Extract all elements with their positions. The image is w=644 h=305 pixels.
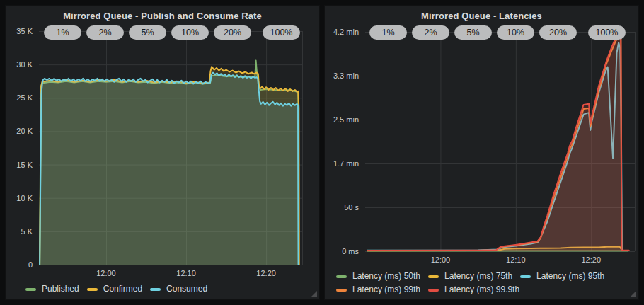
- latency-chart[interactable]: 0 ms50 s1.7 min2.5 min3.3 min4.2 min12:0…: [325, 6, 638, 299]
- annotation-pill-row: 1%2%5%10%20%100%: [44, 25, 300, 40]
- legend-item-latency-ms-75th[interactable]: Latency (ms) 75th: [428, 270, 512, 283]
- legend-color-dash: [428, 289, 439, 292]
- legend-color-dash: [25, 288, 36, 291]
- x-axis-tick-label: 12:20: [582, 255, 602, 264]
- panel-resize-handle[interactable]: [630, 291, 636, 297]
- annotation-pill-row: 1%2%5%10%20%100%: [369, 25, 626, 40]
- legend-item-latency-ms-99th[interactable]: Latency (ms) 99th: [336, 283, 420, 297]
- annotation-pill-20pct[interactable]: 20%: [214, 25, 251, 40]
- legend-color-dash: [520, 275, 531, 278]
- legend-label: Latency (ms) 50th: [352, 270, 420, 283]
- legend-label: Latency (ms) 99.9th: [444, 283, 519, 297]
- x-axis-tick-label: 12:00: [96, 269, 116, 277]
- annotation-pill-5pct[interactable]: 5%: [454, 25, 492, 40]
- y-axis-tick-label: 10 K: [16, 194, 33, 202]
- legend-label: Confirmed: [103, 282, 142, 296]
- y-axis-tick-label: 0: [28, 260, 33, 269]
- legend-item-latency-ms-50th[interactable]: Latency (ms) 50th: [336, 270, 420, 283]
- annotation-pill-2pct[interactable]: 2%: [412, 25, 449, 40]
- y-axis-tick-label: 20 K: [16, 127, 33, 135]
- legend-color-dash: [428, 275, 439, 278]
- legend-label: Latency (ms) 99th: [352, 283, 420, 297]
- legend-item-confirmed[interactable]: Confirmed: [87, 282, 142, 296]
- y-axis-tick-label: 30 K: [16, 60, 33, 69]
- publish-consume-rate-chart[interactable]: 05 K10 K15 K20 K25 K30 K35 K12:0012:1012…: [6, 6, 319, 299]
- annotation-pill-10pct[interactable]: 10%: [171, 25, 209, 40]
- x-axis-tick-label: 12:20: [256, 269, 276, 277]
- dashboard: Mirrored Queue - Publish and Consume Rat…: [0, 0, 644, 305]
- y-axis-tick-label: 35 K: [16, 27, 33, 35]
- y-axis-tick-label: 4.2 min: [333, 28, 359, 36]
- legend-item-consumed[interactable]: Consumed: [150, 282, 207, 296]
- y-axis-tick-label: 5 K: [21, 227, 33, 236]
- legend-color-dash: [336, 275, 347, 278]
- panel-resize-handle[interactable]: [311, 291, 317, 297]
- annotation-pill-100pct[interactable]: 100%: [588, 25, 626, 40]
- legend-label: Latency (ms) 75th: [444, 270, 512, 283]
- legend-color-dash: [336, 289, 347, 292]
- panel-title[interactable]: Mirrored Queue - Latencies: [325, 6, 638, 21]
- annotation-pill-2pct[interactable]: 2%: [86, 25, 124, 40]
- legend-color-dash: [150, 288, 161, 291]
- y-axis-tick-label: 50 s: [344, 203, 359, 212]
- annotation-pill-10pct[interactable]: 10%: [497, 25, 534, 40]
- y-axis-tick-label: 15 K: [16, 161, 33, 169]
- series-area-latency-ms-99.9th: [367, 34, 628, 252]
- legend-item-latency-ms-95th[interactable]: Latency (ms) 95th: [520, 270, 604, 283]
- x-axis-tick-label: 12:00: [431, 255, 451, 264]
- panel-latencies: Mirrored Queue - Latencies 0 ms50 s1.7 m…: [325, 6, 638, 299]
- legend-item-latency-ms-99.9th[interactable]: Latency (ms) 99.9th: [428, 283, 519, 297]
- y-axis-tick-label: 3.3 min: [333, 71, 359, 80]
- legend-label: Latency (ms) 95th: [536, 270, 604, 283]
- y-axis-tick-label: 25 K: [16, 93, 33, 102]
- chart-legend: PublishedConfirmedConsumed: [25, 282, 215, 296]
- legend-item-published[interactable]: Published: [25, 282, 79, 296]
- panel-title[interactable]: Mirrored Queue - Publish and Consume Rat…: [6, 6, 319, 21]
- y-axis-tick-label: 0 ms: [342, 247, 359, 255]
- panel-publish-consume-rate: Mirrored Queue - Publish and Consume Rat…: [6, 6, 319, 299]
- annotation-pill-20pct[interactable]: 20%: [539, 25, 577, 40]
- annotation-pill-5pct[interactable]: 5%: [129, 25, 166, 40]
- annotation-pill-1pct[interactable]: 1%: [369, 25, 407, 40]
- x-axis-tick-label: 12:10: [176, 269, 196, 277]
- legend-label: Consumed: [166, 282, 207, 296]
- annotation-pill-100pct[interactable]: 100%: [263, 25, 300, 40]
- legend-color-dash: [87, 288, 98, 291]
- annotation-pill-1pct[interactable]: 1%: [44, 25, 81, 40]
- x-axis-tick-label: 12:10: [506, 255, 526, 264]
- y-axis-tick-label: 1.7 min: [333, 159, 359, 168]
- y-axis-tick-label: 2.5 min: [333, 115, 359, 124]
- chart-legend: Latency (ms) 50thLatency (ms) 75thLatenc…: [336, 270, 633, 297]
- legend-label: Published: [42, 282, 79, 296]
